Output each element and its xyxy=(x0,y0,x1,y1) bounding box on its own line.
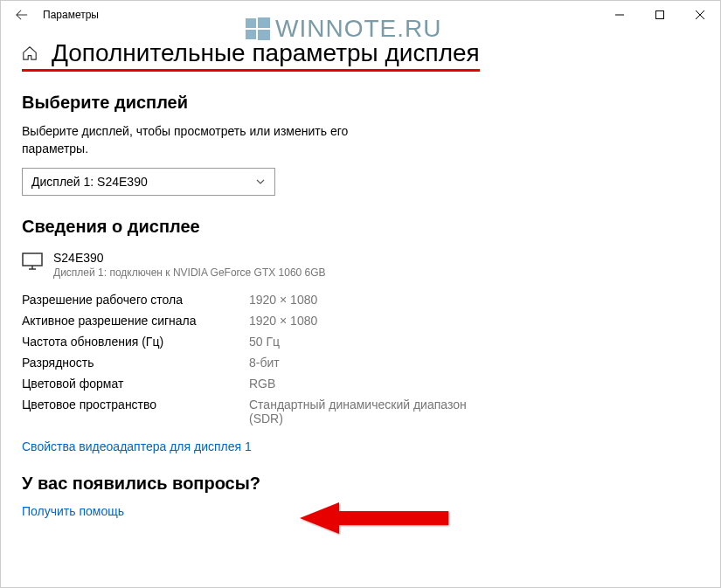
maximize-button[interactable] xyxy=(640,1,680,29)
table-row: Цветовой формат RGB xyxy=(22,373,699,394)
info-value: 8-бит xyxy=(249,356,280,370)
info-label: Разрядность xyxy=(22,356,249,370)
table-row: Разрядность 8-бит xyxy=(22,352,699,373)
close-icon xyxy=(696,10,704,19)
chevron-down-icon xyxy=(255,176,266,187)
display-info-table: Разрешение рабочего стола 1920 × 1080 Ак… xyxy=(22,289,699,429)
info-value: RGB xyxy=(249,377,275,391)
svg-rect-5 xyxy=(23,253,42,266)
dropdown-value: Дисплей 1: S24E390 xyxy=(31,175,148,189)
display-name: S24E390 xyxy=(53,251,326,265)
close-button[interactable] xyxy=(680,1,720,29)
display-subtitle: Дисплей 1: подключен к NVIDIA GeForce GT… xyxy=(53,266,326,279)
adapter-properties-link[interactable]: Свойства видеоадаптера для дисплея 1 xyxy=(22,439,252,453)
info-label: Активное разрешение сигнала xyxy=(22,314,249,328)
info-label: Частота обновления (Гц) xyxy=(22,335,249,349)
display-info-heading: Сведения о дисплее xyxy=(22,217,699,237)
back-button[interactable] xyxy=(8,1,36,29)
window-title: Параметры xyxy=(43,9,99,21)
select-display-heading: Выберите дисплей xyxy=(22,93,699,113)
info-value: 50 Гц xyxy=(249,335,280,349)
display-select-dropdown[interactable]: Дисплей 1: S24E390 xyxy=(22,168,275,196)
svg-rect-0 xyxy=(656,11,664,19)
info-value: Стандартный динамический диапазон (SDR) xyxy=(249,398,494,425)
table-row: Активное разрешение сигнала 1920 × 1080 xyxy=(22,310,699,331)
arrow-left-icon xyxy=(16,9,28,21)
maximize-icon xyxy=(655,10,664,19)
page-title: Дополнительные параметры дисплея xyxy=(52,39,480,67)
info-label: Цветовое пространство xyxy=(22,398,249,425)
info-value: 1920 × 1080 xyxy=(249,314,317,328)
info-label: Цветовой формат xyxy=(22,377,249,391)
monitor-icon xyxy=(22,252,43,270)
questions-heading: У вас появились вопросы? xyxy=(22,474,699,494)
minimize-icon xyxy=(615,10,624,19)
info-value: 1920 × 1080 xyxy=(249,293,317,307)
table-row: Частота обновления (Гц) 50 Гц xyxy=(22,331,699,352)
table-row: Цветовое пространство Стандартный динами… xyxy=(22,394,699,429)
table-row: Разрешение рабочего стола 1920 × 1080 xyxy=(22,289,699,310)
info-label: Разрешение рабочего стола xyxy=(22,293,249,307)
home-icon[interactable] xyxy=(22,45,38,61)
minimize-button[interactable] xyxy=(600,1,640,29)
get-help-link[interactable]: Получить помощь xyxy=(22,504,124,518)
select-display-description: Выберите дисплей, чтобы просмотреть или … xyxy=(22,123,389,157)
